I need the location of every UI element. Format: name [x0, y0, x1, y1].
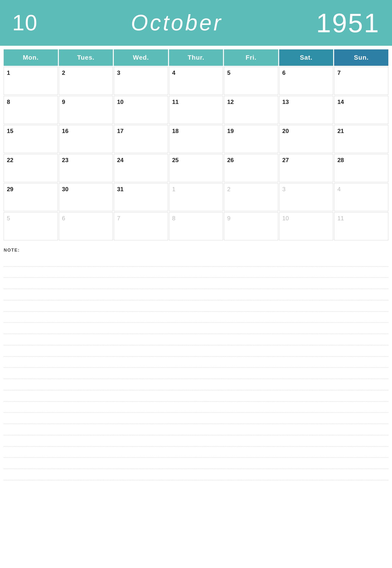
calendar-cell: 30	[59, 183, 113, 211]
calendar-wrapper: Mon.Tues.Wed.Thur.Fri.Sat.Sun. 123456789…	[0, 46, 392, 240]
notes-line	[4, 357, 388, 368]
cell-day-number: 10	[282, 215, 289, 222]
notes-line	[4, 368, 388, 379]
year: 1951	[316, 7, 380, 38]
cell-day-number: 19	[227, 128, 234, 134]
notes-label: NOTE:	[4, 248, 388, 253]
notes-line	[4, 255, 388, 267]
cell-day-number: 14	[337, 99, 344, 105]
calendar-cell: 31	[114, 183, 168, 211]
cell-day-number: 26	[227, 157, 234, 163]
notes-line	[4, 334, 388, 345]
cell-day-number: 8	[7, 99, 10, 105]
month-number: 10	[12, 10, 38, 35]
notes-line	[4, 267, 388, 278]
cell-day-number: 4	[172, 69, 175, 76]
calendar-cell: 8	[169, 212, 223, 240]
calendar-cell: 4	[334, 183, 388, 211]
cell-day-number: 13	[282, 99, 289, 105]
cell-day-number: 29	[7, 186, 14, 193]
calendar-cell: 7	[114, 212, 168, 240]
cell-day-number: 25	[172, 157, 179, 163]
notes-line	[4, 300, 388, 312]
calendar-grid: 1234567891011121314151617181920212223242…	[4, 67, 388, 240]
calendar-cell: 18	[169, 125, 223, 153]
cell-day-number: 7	[337, 69, 340, 76]
day-header-thur: Thur.	[169, 49, 223, 66]
calendar-cell: 9	[224, 212, 278, 240]
notes-line	[4, 278, 388, 289]
calendar-cell: 21	[334, 125, 388, 153]
calendar-cell: 26	[224, 154, 278, 182]
cell-day-number: 7	[117, 215, 120, 222]
calendar-cell: 2	[224, 183, 278, 211]
calendar-cell: 12	[224, 96, 278, 124]
cell-day-number: 6	[282, 69, 285, 76]
calendar-cell: 1	[4, 67, 58, 95]
calendar-cell: 2	[59, 67, 113, 95]
calendar-cell: 5	[4, 212, 58, 240]
day-header-wed: Wed.	[114, 49, 168, 66]
calendar-cell: 25	[169, 154, 223, 182]
cell-day-number: 8	[172, 215, 175, 222]
day-header-tues: Tues.	[59, 49, 113, 66]
notes-line	[4, 424, 388, 435]
cell-day-number: 31	[117, 186, 124, 193]
day-headers: Mon.Tues.Wed.Thur.Fri.Sat.Sun.	[4, 49, 388, 66]
calendar-cell: 28	[334, 154, 388, 182]
notes-line	[4, 379, 388, 390]
month-name: October	[38, 10, 316, 35]
notes-lines	[4, 255, 388, 480]
calendar-cell: 4	[169, 67, 223, 95]
calendar-cell: 1	[169, 183, 223, 211]
calendar-cell: 15	[4, 125, 58, 153]
notes-line	[4, 447, 388, 458]
calendar-cell: 29	[4, 183, 58, 211]
calendar-cell: 6	[279, 67, 333, 95]
calendar-cell: 6	[59, 212, 113, 240]
cell-day-number: 18	[172, 128, 179, 134]
calendar-cell: 7	[334, 67, 388, 95]
calendar-cell: 5	[224, 67, 278, 95]
calendar-cell: 13	[279, 96, 333, 124]
cell-day-number: 20	[282, 128, 289, 134]
calendar-cell: 24	[114, 154, 168, 182]
calendar-cell: 10	[114, 96, 168, 124]
cell-day-number: 9	[62, 99, 65, 105]
cell-day-number: 11	[172, 99, 179, 105]
calendar-cell: 19	[224, 125, 278, 153]
cell-day-number: 15	[7, 128, 14, 134]
calendar-cell: 27	[279, 154, 333, 182]
cell-day-number: 16	[62, 128, 69, 134]
notes-line	[4, 390, 388, 402]
calendar-cell: 11	[334, 212, 388, 240]
cell-day-number: 5	[7, 215, 10, 222]
calendar-cell: 17	[114, 125, 168, 153]
calendar-cell: 14	[334, 96, 388, 124]
cell-day-number: 11	[337, 215, 344, 222]
notes-line	[4, 413, 388, 424]
cell-day-number: 27	[282, 157, 289, 163]
cell-day-number: 10	[117, 99, 124, 105]
cell-day-number: 12	[227, 99, 234, 105]
day-header-mon: Mon.	[4, 49, 58, 66]
cell-day-number: 30	[62, 186, 69, 193]
calendar-cell: 3	[279, 183, 333, 211]
cell-day-number: 6	[62, 215, 65, 222]
notes-line	[4, 323, 388, 334]
day-header-sat: Sat.	[279, 49, 333, 66]
cell-day-number: 3	[117, 69, 120, 76]
calendar-cell: 23	[59, 154, 113, 182]
cell-day-number: 28	[337, 157, 344, 163]
cell-day-number: 17	[117, 128, 124, 134]
notes-line	[4, 458, 388, 469]
notes-line	[4, 289, 388, 300]
day-header-sun: Sun.	[334, 49, 388, 66]
calendar-header: 10 October 1951	[0, 0, 392, 46]
cell-day-number: 21	[337, 128, 344, 134]
notes-line	[4, 435, 388, 447]
cell-day-number: 1	[172, 186, 175, 193]
cell-day-number: 23	[62, 157, 69, 163]
notes-line	[4, 345, 388, 357]
cell-day-number: 4	[337, 186, 340, 193]
